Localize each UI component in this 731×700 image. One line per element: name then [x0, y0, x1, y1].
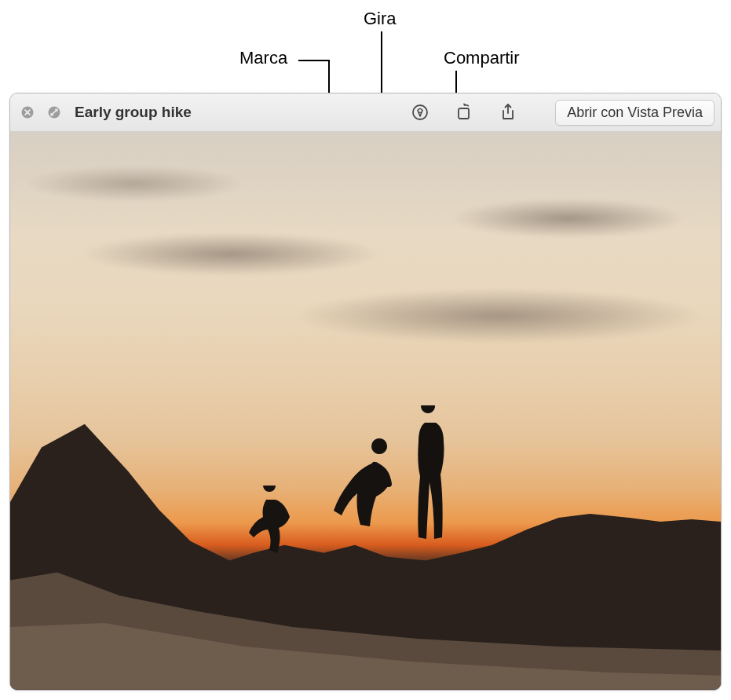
open-with-preview-button[interactable]: Abrir con Vista Previa: [555, 100, 715, 126]
callout-rotate-label: Gira: [364, 9, 397, 29]
photo-figure-sitting: [243, 486, 298, 560]
callout-markup-line-h: [298, 60, 328, 61]
rotate-button[interactable]: [453, 101, 475, 123]
callouts-layer: Marca Gira Compartir: [0, 0, 731, 102]
photo-cloud: [451, 199, 686, 238]
close-button[interactable]: [16, 101, 38, 123]
photo-figure-standing: [404, 405, 451, 555]
callout-markup-label: Marca: [239, 48, 287, 68]
markup-button[interactable]: [409, 101, 431, 123]
window-title: Early group hike: [75, 104, 192, 121]
titlebar: Early group hike: [10, 93, 721, 132]
expand-diagonal-icon: [46, 104, 62, 120]
share-icon: [499, 103, 517, 122]
photo-figure-crouching: [315, 438, 401, 541]
callout-share-label: Compartir: [444, 48, 520, 68]
fullscreen-button[interactable]: [43, 101, 65, 123]
share-button[interactable]: [497, 101, 519, 123]
toolbar-right: Abrir con Vista Previa: [409, 100, 715, 126]
image-preview: [10, 132, 721, 690]
photo-cloud: [82, 233, 380, 276]
quicklook-window: Early group hike: [9, 93, 722, 691]
rotate-left-icon: [455, 103, 473, 122]
svg-rect-4: [459, 108, 469, 119]
photo-cloud: [294, 288, 703, 343]
photo-cloud: [24, 166, 244, 202]
callout-rotate-line-v: [381, 31, 382, 101]
close-icon: [20, 104, 35, 120]
markup-icon: [411, 103, 429, 122]
